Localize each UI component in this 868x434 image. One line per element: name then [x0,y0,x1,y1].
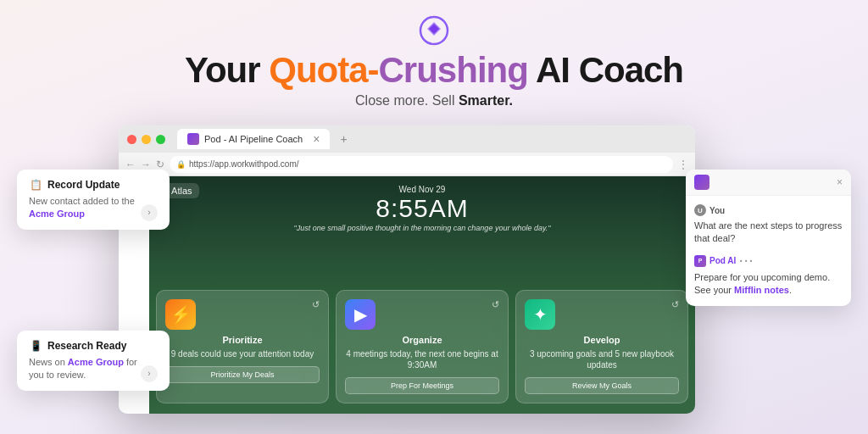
tab-title: Pod - AI Pipeline Coach [204,134,303,144]
prioritize-refresh-icon[interactable]: ↺ [312,299,320,310]
pod-message-text: Prepare for you upcoming demo. See your … [694,271,843,298]
new-tab-button[interactable]: × [313,132,320,146]
organize-title: Organize [345,335,499,345]
more-options-button[interactable]: ⋮ [678,159,688,170]
record-update-icon: 📋 [29,178,42,192]
pod-avatar: P [694,255,706,267]
user-label: U You [694,204,843,216]
pod-label: P Pod AI ··· [694,254,843,268]
organize-icon: ▶ [345,299,376,330]
url-bar[interactable]: 🔒 https://app.workwithpod.com/ [170,156,673,173]
record-update-header: 📋 Record Update [29,178,158,192]
develop-title: Develop [525,335,679,345]
browser-nav: ← → ↻ 🔒 https://app.workwithpod.com/ ⋮ [119,153,695,176]
record-update-link[interactable]: Acme Group [29,209,85,219]
browser-window: Pod - AI Pipeline Coach × + ← → ↻ 🔒 http… [119,125,695,414]
prioritize-card: ⚡ ↺ Prioritize 9 deals could use your at… [156,290,329,403]
subtitle: Close more. Sell Smarter. [0,93,868,108]
back-button[interactable]: ← [125,159,136,170]
research-ready-icon: 📱 [29,339,42,353]
close-button[interactable] [127,135,136,144]
tab-favicon [187,133,199,145]
pod-message: P Pod AI ··· Prepare for you upcoming de… [694,254,843,298]
develop-card: ✦ ↺ Develop 3 upcoming goals and 5 new p… [515,290,688,403]
research-ready-body: News on Acme Group for you to review. › [29,356,158,382]
develop-desc: 3 upcoming goals and 5 new playbook upda… [525,348,679,370]
prioritize-desc: 9 deals could use your attention today [165,348,320,359]
ai-messages: U You What are the next steps to progres… [686,196,851,306]
page-header: Your Quota-Crushing AI Coach Close more.… [0,0,868,108]
record-update-body: New contact added to the Acme Group › [29,195,158,221]
lock-icon: 🔒 [176,160,186,169]
user-message-text: What are the next steps to progress that… [694,220,843,246]
ai-panel-close-button[interactable]: × [837,176,843,188]
card-header-prioritize: ⚡ ↺ [165,299,320,330]
research-ready-link[interactable]: Acme Group [68,357,124,367]
browser-tab[interactable]: Pod - AI Pipeline Coach × [177,129,330,149]
ai-chat-panel: × U You What are the next steps to progr… [686,170,851,306]
develop-button[interactable]: Review My Goals [525,377,679,394]
record-update-card: 📋 Record Update New contact added to the… [17,170,170,230]
research-ready-prefix: News on [29,357,68,367]
maximize-button[interactable] [156,135,165,144]
user-message: U You What are the next steps to progres… [694,204,843,246]
minimize-button[interactable] [142,135,151,144]
organize-card: ▶ ↺ Organize 4 meetings today, the next … [336,290,509,403]
pod-options[interactable]: ··· [739,254,754,268]
time-label: 8:55AM [149,194,695,222]
prioritize-button[interactable]: Prioritize My Deals [165,366,320,383]
mifflin-notes-link[interactable]: Mifflin notes [734,285,789,295]
record-update-title: Record Update [47,179,120,191]
datetime-bar: Wed Nov 29 8:55AM "Just one small positi… [149,185,695,232]
cards-row: ⚡ ↺ Prioritize 9 deals could use your at… [156,290,688,403]
forward-button[interactable]: → [141,159,151,170]
app-content: ⌂ ◈ ▤ ◉ ⚙ ⌂ Atlas Wed Nov 29 8:55AM "Jus… [119,176,695,414]
sidebar-contacts-icon[interactable]: ◉ [125,259,142,276]
ai-panel-logo [694,175,709,190]
research-ready-title: Research Ready [47,340,126,352]
url-text: https://app.workwithpod.com/ [189,159,299,169]
main-title: Your Quota-Crushing AI Coach [0,51,868,90]
app-main: ⌂ Atlas Wed Nov 29 8:55AM "Just one smal… [149,176,695,414]
date-label: Wed Nov 29 [149,185,695,194]
logo-icon [419,15,449,46]
develop-icon: ✦ [525,299,555,330]
prioritize-title: Prioritize [165,335,320,345]
organize-desc: 4 meetings today, the next one begins at… [345,348,499,370]
card-header-organize: ▶ ↺ [345,299,499,330]
organize-refresh-icon[interactable]: ↺ [492,299,499,310]
research-ready-card: 📱 Research Ready News on Acme Group for … [17,331,170,391]
quote-label: "Just one small positive thought in the … [149,224,695,232]
prioritize-icon: ⚡ [165,299,196,330]
research-ready-header: 📱 Research Ready [29,339,158,353]
record-update-arrow[interactable]: › [141,204,158,221]
user-avatar: U [694,204,706,216]
record-update-text: New contact added to the [29,196,135,206]
browser-toolbar: Pod - AI Pipeline Coach × + [119,125,695,153]
card-header-develop: ✦ ↺ [525,299,679,330]
ai-panel-header: × [686,170,851,196]
develop-refresh-icon[interactable]: ↺ [671,299,679,310]
sidebar-settings-icon[interactable]: ⚙ [125,285,142,302]
refresh-button[interactable]: ↻ [156,159,164,170]
organize-button[interactable]: Prep For Meetings [345,377,499,394]
atlas-label: Atlas [171,186,192,196]
research-ready-arrow[interactable]: › [141,365,158,382]
add-tab-button[interactable]: + [340,132,347,146]
sidebar-calendar-icon[interactable]: ▤ [125,234,142,251]
